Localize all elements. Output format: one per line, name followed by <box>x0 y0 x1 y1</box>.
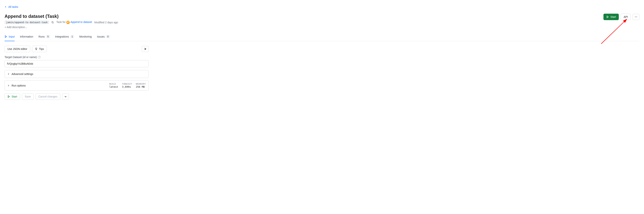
cancel-changes-button[interactable]: Cancel changes <box>36 93 60 100</box>
tab-integrations-count: 1 <box>70 35 74 38</box>
timeout-stat-value: 3,600s <box>122 85 131 88</box>
run-options-panel[interactable]: Run options BUILD latest TIMEOUT 3,600s … <box>4 80 148 91</box>
build-stat-value: latest <box>109 85 118 88</box>
modified-text: Modified 2 days ago <box>94 21 118 24</box>
tab-issues[interactable]: Issues 0 <box>97 33 110 41</box>
advanced-settings-panel[interactable]: Advanced settings <box>4 70 148 78</box>
actor-badge: AT <box>66 21 70 24</box>
chevron-down-icon <box>64 95 67 98</box>
use-json-editor-button[interactable]: Use JSON editor <box>4 46 30 52</box>
play-outline-icon <box>4 35 7 38</box>
actor-link[interactable]: Append to dataset <box>70 21 92 24</box>
svg-point-1 <box>635 17 635 17</box>
svg-point-2 <box>636 17 636 17</box>
api-label: API <box>624 15 628 19</box>
api-button[interactable]: API <box>621 14 631 20</box>
chevron-right-icon <box>8 73 10 75</box>
use-json-editor-label: Use JSON editor <box>8 47 27 51</box>
bottom-more-button[interactable] <box>62 93 69 100</box>
save-label: Save <box>25 95 31 98</box>
target-dataset-input[interactable] <box>4 60 148 67</box>
tab-integrations-label: Integrations <box>55 35 69 38</box>
svg-rect-0 <box>52 22 54 23</box>
tab-input-label: Input <box>9 35 14 38</box>
more-actions-button[interactable] <box>633 14 640 20</box>
memory-stat-label: MEMORY <box>136 83 146 85</box>
tab-input[interactable]: Input <box>4 33 14 41</box>
start-bottom-label: Start <box>12 95 17 98</box>
copy-icon[interactable] <box>51 21 54 24</box>
lightbulb-icon <box>35 48 38 50</box>
timeout-stat-label: TIMEOUT <box>122 83 132 85</box>
tab-monitoring-label: Monitoring <box>79 35 92 38</box>
start-label: Start <box>610 15 616 19</box>
build-stat-label: BUILD <box>109 83 116 85</box>
tab-runs[interactable]: Runs 5 <box>38 33 50 41</box>
tab-issues-label: Issues <box>97 35 104 38</box>
run-options-label: Run options <box>12 84 26 87</box>
tab-runs-count: 5 <box>46 35 50 38</box>
tabs-bar: Input Information Runs 5 Integrations 1 … <box>4 33 640 41</box>
advanced-settings-label: Advanced settings <box>12 73 33 76</box>
chevron-right-icon <box>8 84 10 87</box>
page-title: Append to dataset (Task) <box>4 14 118 19</box>
expand-collapse-button[interactable] <box>142 46 148 52</box>
more-horizontal-icon <box>635 16 637 18</box>
task-slug: jamin/append-to-dataset-task <box>4 21 49 24</box>
chevron-left-icon <box>4 6 7 8</box>
back-all-tasks-link[interactable]: All tasks <box>4 5 18 8</box>
play-icon <box>606 16 609 18</box>
memory-stat-value: 256 MB <box>136 85 145 88</box>
add-description-button[interactable]: + Add description... <box>4 26 118 29</box>
task-for-label: Task for <box>56 21 66 24</box>
tips-button[interactable]: Tips <box>32 46 47 52</box>
tab-runs-label: Runs <box>38 35 45 38</box>
tab-monitoring[interactable]: Monitoring <box>79 33 92 41</box>
svg-point-3 <box>636 17 637 17</box>
save-button[interactable]: Save <box>22 93 34 100</box>
start-button-bottom[interactable]: Start <box>4 93 20 100</box>
play-icon <box>8 95 10 98</box>
start-button-header[interactable]: Start <box>604 14 619 20</box>
help-icon[interactable]: ? <box>38 56 40 58</box>
tab-integrations[interactable]: Integrations 1 <box>55 33 74 41</box>
cancel-label: Cancel changes <box>38 95 58 98</box>
tab-information-label: Information <box>20 35 33 38</box>
tab-issues-count: 0 <box>106 35 110 38</box>
chevron-double-right-icon <box>144 48 146 50</box>
tips-label: Tips <box>39 47 44 51</box>
back-label: All tasks <box>8 5 18 8</box>
target-dataset-label: Target Dataset (id or name) <box>4 56 37 59</box>
tab-information[interactable]: Information <box>20 33 33 41</box>
